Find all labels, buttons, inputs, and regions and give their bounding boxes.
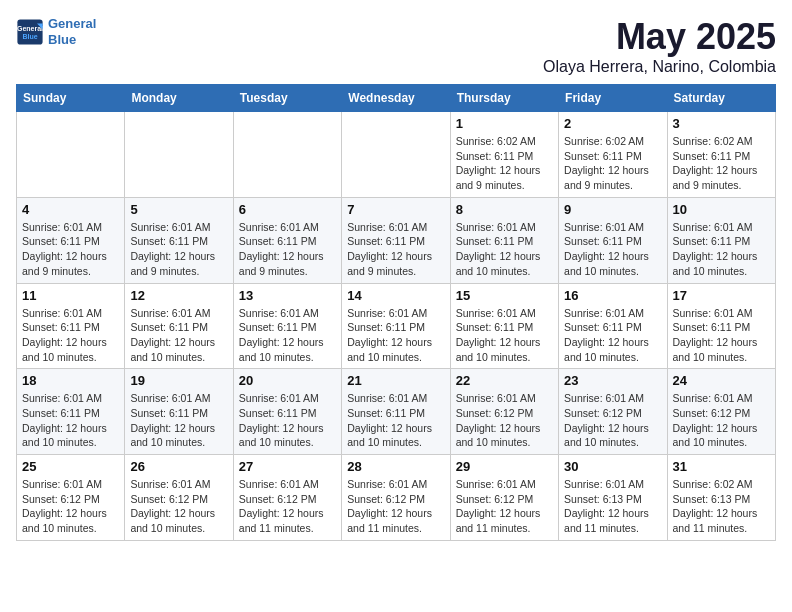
day-info: Sunrise: 6:01 AM Sunset: 6:11 PM Dayligh… — [564, 220, 661, 279]
day-info: Sunrise: 6:01 AM Sunset: 6:11 PM Dayligh… — [347, 391, 444, 450]
calendar-cell — [342, 112, 450, 198]
calendar-cell: 15Sunrise: 6:01 AM Sunset: 6:11 PM Dayli… — [450, 283, 558, 369]
day-number: 6 — [239, 202, 336, 217]
location-title: Olaya Herrera, Narino, Colombia — [543, 58, 776, 76]
day-info: Sunrise: 6:01 AM Sunset: 6:11 PM Dayligh… — [239, 391, 336, 450]
day-info: Sunrise: 6:02 AM Sunset: 6:11 PM Dayligh… — [456, 134, 553, 193]
calendar-cell — [17, 112, 125, 198]
day-info: Sunrise: 6:01 AM Sunset: 6:12 PM Dayligh… — [456, 391, 553, 450]
day-info: Sunrise: 6:01 AM Sunset: 6:11 PM Dayligh… — [239, 306, 336, 365]
day-info: Sunrise: 6:01 AM Sunset: 6:11 PM Dayligh… — [456, 306, 553, 365]
day-info: Sunrise: 6:01 AM Sunset: 6:11 PM Dayligh… — [673, 306, 770, 365]
calendar-cell: 4Sunrise: 6:01 AM Sunset: 6:11 PM Daylig… — [17, 197, 125, 283]
calendar-cell: 17Sunrise: 6:01 AM Sunset: 6:11 PM Dayli… — [667, 283, 775, 369]
calendar-cell: 24Sunrise: 6:01 AM Sunset: 6:12 PM Dayli… — [667, 369, 775, 455]
day-info: Sunrise: 6:01 AM Sunset: 6:11 PM Dayligh… — [239, 220, 336, 279]
logo-text2: Blue — [48, 32, 96, 48]
svg-text:Blue: Blue — [22, 33, 37, 40]
calendar-cell: 7Sunrise: 6:01 AM Sunset: 6:11 PM Daylig… — [342, 197, 450, 283]
calendar-cell: 10Sunrise: 6:01 AM Sunset: 6:11 PM Dayli… — [667, 197, 775, 283]
calendar-cell: 13Sunrise: 6:01 AM Sunset: 6:11 PM Dayli… — [233, 283, 341, 369]
day-info: Sunrise: 6:01 AM Sunset: 6:12 PM Dayligh… — [564, 391, 661, 450]
day-number: 23 — [564, 373, 661, 388]
day-info: Sunrise: 6:01 AM Sunset: 6:11 PM Dayligh… — [564, 306, 661, 365]
day-info: Sunrise: 6:01 AM Sunset: 6:11 PM Dayligh… — [673, 220, 770, 279]
day-number: 7 — [347, 202, 444, 217]
svg-rect-0 — [17, 19, 42, 44]
day-number: 5 — [130, 202, 227, 217]
day-number: 20 — [239, 373, 336, 388]
day-number: 25 — [22, 459, 119, 474]
calendar: SundayMondayTuesdayWednesdayThursdayFrid… — [16, 84, 776, 541]
day-info: Sunrise: 6:01 AM Sunset: 6:11 PM Dayligh… — [22, 220, 119, 279]
calendar-cell: 29Sunrise: 6:01 AM Sunset: 6:12 PM Dayli… — [450, 455, 558, 541]
calendar-cell: 16Sunrise: 6:01 AM Sunset: 6:11 PM Dayli… — [559, 283, 667, 369]
weekday-header-friday: Friday — [559, 85, 667, 112]
calendar-cell — [125, 112, 233, 198]
weekday-header-monday: Monday — [125, 85, 233, 112]
day-number: 11 — [22, 288, 119, 303]
weekday-header-wednesday: Wednesday — [342, 85, 450, 112]
day-info: Sunrise: 6:01 AM Sunset: 6:12 PM Dayligh… — [22, 477, 119, 536]
day-info: Sunrise: 6:01 AM Sunset: 6:11 PM Dayligh… — [22, 391, 119, 450]
day-number: 17 — [673, 288, 770, 303]
weekday-header-sunday: Sunday — [17, 85, 125, 112]
day-number: 9 — [564, 202, 661, 217]
title-area: May 2025 Olaya Herrera, Narino, Colombia — [543, 16, 776, 76]
calendar-cell: 8Sunrise: 6:01 AM Sunset: 6:11 PM Daylig… — [450, 197, 558, 283]
calendar-cell: 14Sunrise: 6:01 AM Sunset: 6:11 PM Dayli… — [342, 283, 450, 369]
calendar-cell: 23Sunrise: 6:01 AM Sunset: 6:12 PM Dayli… — [559, 369, 667, 455]
calendar-cell: 26Sunrise: 6:01 AM Sunset: 6:12 PM Dayli… — [125, 455, 233, 541]
calendar-cell: 30Sunrise: 6:01 AM Sunset: 6:13 PM Dayli… — [559, 455, 667, 541]
day-info: Sunrise: 6:01 AM Sunset: 6:13 PM Dayligh… — [564, 477, 661, 536]
day-number: 19 — [130, 373, 227, 388]
day-number: 10 — [673, 202, 770, 217]
calendar-cell: 21Sunrise: 6:01 AM Sunset: 6:11 PM Dayli… — [342, 369, 450, 455]
calendar-cell: 6Sunrise: 6:01 AM Sunset: 6:11 PM Daylig… — [233, 197, 341, 283]
day-info: Sunrise: 6:01 AM Sunset: 6:12 PM Dayligh… — [130, 477, 227, 536]
calendar-cell: 9Sunrise: 6:01 AM Sunset: 6:11 PM Daylig… — [559, 197, 667, 283]
logo-icon: General Blue — [16, 18, 44, 46]
day-info: Sunrise: 6:01 AM Sunset: 6:11 PM Dayligh… — [130, 306, 227, 365]
day-info: Sunrise: 6:01 AM Sunset: 6:11 PM Dayligh… — [456, 220, 553, 279]
calendar-cell: 18Sunrise: 6:01 AM Sunset: 6:11 PM Dayli… — [17, 369, 125, 455]
day-info: Sunrise: 6:01 AM Sunset: 6:11 PM Dayligh… — [130, 391, 227, 450]
weekday-header-tuesday: Tuesday — [233, 85, 341, 112]
day-info: Sunrise: 6:01 AM Sunset: 6:12 PM Dayligh… — [347, 477, 444, 536]
day-number: 3 — [673, 116, 770, 131]
day-info: Sunrise: 6:01 AM Sunset: 6:12 PM Dayligh… — [673, 391, 770, 450]
day-number: 22 — [456, 373, 553, 388]
day-number: 31 — [673, 459, 770, 474]
calendar-cell: 12Sunrise: 6:01 AM Sunset: 6:11 PM Dayli… — [125, 283, 233, 369]
day-number: 30 — [564, 459, 661, 474]
day-info: Sunrise: 6:02 AM Sunset: 6:11 PM Dayligh… — [673, 134, 770, 193]
day-number: 26 — [130, 459, 227, 474]
calendar-cell: 19Sunrise: 6:01 AM Sunset: 6:11 PM Dayli… — [125, 369, 233, 455]
day-number: 2 — [564, 116, 661, 131]
month-title: May 2025 — [543, 16, 776, 58]
day-number: 13 — [239, 288, 336, 303]
weekday-header-saturday: Saturday — [667, 85, 775, 112]
calendar-cell: 25Sunrise: 6:01 AM Sunset: 6:12 PM Dayli… — [17, 455, 125, 541]
day-number: 21 — [347, 373, 444, 388]
calendar-cell: 31Sunrise: 6:02 AM Sunset: 6:13 PM Dayli… — [667, 455, 775, 541]
weekday-header-thursday: Thursday — [450, 85, 558, 112]
day-number: 18 — [22, 373, 119, 388]
day-info: Sunrise: 6:01 AM Sunset: 6:12 PM Dayligh… — [456, 477, 553, 536]
day-info: Sunrise: 6:01 AM Sunset: 6:11 PM Dayligh… — [347, 306, 444, 365]
calendar-cell — [233, 112, 341, 198]
day-info: Sunrise: 6:02 AM Sunset: 6:11 PM Dayligh… — [564, 134, 661, 193]
day-number: 12 — [130, 288, 227, 303]
calendar-cell: 1Sunrise: 6:02 AM Sunset: 6:11 PM Daylig… — [450, 112, 558, 198]
day-number: 14 — [347, 288, 444, 303]
day-number: 28 — [347, 459, 444, 474]
calendar-cell: 3Sunrise: 6:02 AM Sunset: 6:11 PM Daylig… — [667, 112, 775, 198]
day-info: Sunrise: 6:01 AM Sunset: 6:11 PM Dayligh… — [22, 306, 119, 365]
day-number: 27 — [239, 459, 336, 474]
calendar-cell: 2Sunrise: 6:02 AM Sunset: 6:11 PM Daylig… — [559, 112, 667, 198]
day-info: Sunrise: 6:01 AM Sunset: 6:11 PM Dayligh… — [130, 220, 227, 279]
day-number: 8 — [456, 202, 553, 217]
day-number: 4 — [22, 202, 119, 217]
logo: General Blue General Blue — [16, 16, 96, 47]
logo-text: General — [48, 16, 96, 32]
